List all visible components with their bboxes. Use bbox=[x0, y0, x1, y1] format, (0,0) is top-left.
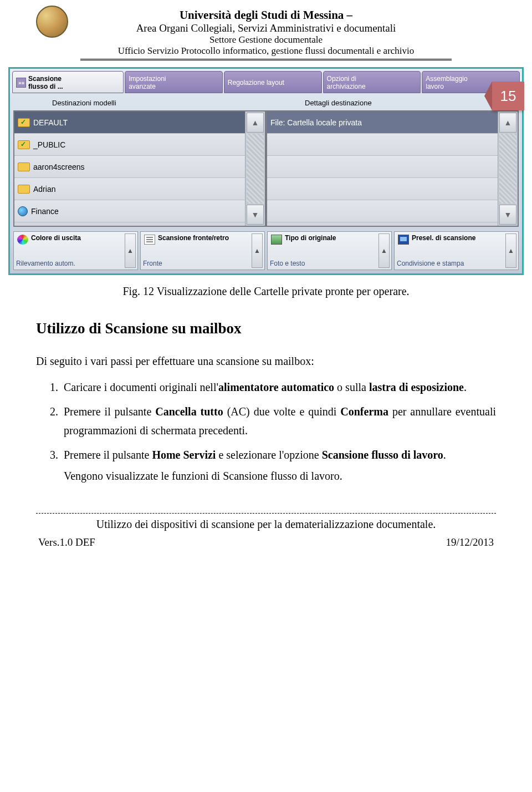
step-3: Premere il pulsante Home Servizi e selez… bbox=[61, 445, 496, 464]
section-heading: Utilizzo di Scansione su mailbox bbox=[36, 320, 496, 337]
step-2: Premere il pulsante Cancella tutto (AC) … bbox=[61, 402, 496, 440]
document-header: Università degli Studi di Messina – Area… bbox=[36, 0, 496, 60]
detail-empty-row bbox=[267, 156, 498, 178]
footer-title: Utilizzo dei dispositivi di scansione pe… bbox=[36, 518, 496, 531]
tab-opzioni-archiviazione[interactable]: Opzioni di archiviazione bbox=[323, 71, 421, 93]
card-title: Scansione fronte/retro bbox=[158, 235, 229, 245]
card-colore-uscita[interactable]: Colore di uscita Rilevamento autom. ▲ bbox=[13, 231, 138, 270]
models-listbox: DEFAULT _PUBLIC aaron4screens Adria bbox=[13, 110, 266, 227]
document-icon bbox=[144, 235, 155, 245]
folder-icon bbox=[18, 163, 30, 171]
tab-label: Scansione flusso di ... bbox=[28, 75, 63, 90]
chevron-up-icon[interactable]: ▲ bbox=[505, 233, 516, 268]
scanner-ui-screenshot: Scansione flusso di ... Impostazioni ava… bbox=[8, 67, 524, 275]
detail-empty-row bbox=[267, 200, 498, 222]
model-item-aaron4screens[interactable]: aaron4screens bbox=[14, 156, 245, 178]
model-name: Adrian bbox=[33, 185, 55, 194]
globe-icon bbox=[18, 206, 28, 216]
tab-scansione-flusso[interactable]: Scansione flusso di ... bbox=[12, 71, 124, 93]
scroll-up-button[interactable]: ▲ bbox=[247, 113, 264, 133]
model-item-public[interactable]: _PUBLIC bbox=[14, 134, 245, 156]
detail-item-file[interactable]: File: Cartella locale privata bbox=[267, 111, 498, 134]
header-rule-2 bbox=[80, 60, 452, 60]
tab-label: Assemblaggio lavoro bbox=[426, 75, 467, 90]
card-scansione-fronte-retro[interactable]: Scansione fronte/retro Fronte ▲ bbox=[140, 231, 265, 270]
chevron-up-icon[interactable]: ▲ bbox=[378, 233, 390, 268]
model-name: DEFAULT bbox=[33, 118, 68, 127]
folder-check-icon bbox=[18, 140, 30, 149]
header-rule bbox=[80, 59, 452, 59]
model-name: Finance bbox=[31, 207, 59, 216]
detail-empty-row bbox=[267, 134, 498, 156]
header-line-4: Ufficio Servizio Protocollo informatico,… bbox=[36, 45, 496, 57]
card-presel-scansione[interactable]: Presel. di scansione Condivisione e stam… bbox=[394, 231, 519, 270]
scan-icon bbox=[16, 78, 26, 88]
scroll-down-button[interactable]: ▼ bbox=[499, 205, 516, 225]
model-name: aaron4screens bbox=[33, 163, 85, 171]
tab-regolazione-layout[interactable]: Regolazione layout bbox=[224, 71, 322, 93]
steps-list: Caricare i documenti originali nell'alim… bbox=[36, 378, 496, 464]
header-line-3: Settore Gestione documentale bbox=[36, 34, 496, 45]
step-1: Caricare i documenti originali nell'alim… bbox=[61, 378, 496, 397]
card-subtitle: Rilevamento autom. bbox=[16, 260, 75, 267]
details-label: Dettagli destinazione bbox=[266, 95, 519, 110]
models-column: Destinazioni modelli DEFAULT _PUBLIC bbox=[13, 95, 266, 227]
scroll-track[interactable] bbox=[499, 134, 516, 204]
monitor-icon bbox=[398, 235, 409, 245]
model-item-default[interactable]: DEFAULT bbox=[14, 111, 245, 134]
page-number-badge: 15 bbox=[492, 82, 524, 110]
models-scrollbar[interactable]: ▲ ▼ bbox=[245, 111, 265, 226]
after-note: Vengono visualizzate le funzioni di Scan… bbox=[64, 470, 496, 483]
card-subtitle: Condivisione e stampa bbox=[397, 260, 464, 267]
footer-row: Vers.1.0 DEF 19/12/2013 bbox=[36, 536, 496, 549]
settings-cards-row: Colore di uscita Rilevamento autom. ▲ Sc… bbox=[10, 230, 522, 273]
tab-label: Regolazione layout bbox=[228, 79, 284, 87]
model-name: _PUBLIC bbox=[33, 140, 65, 149]
folder-check-icon bbox=[18, 118, 30, 127]
tab-label: Opzioni di archiviazione bbox=[327, 75, 366, 90]
folder-icon bbox=[18, 185, 30, 194]
chevron-up-icon[interactable]: ▲ bbox=[252, 233, 263, 268]
university-logo bbox=[36, 6, 68, 38]
intro-text: Di seguito i vari passi per effettuare u… bbox=[36, 355, 496, 368]
footer-date: 19/12/2013 bbox=[446, 536, 494, 549]
model-item-finance[interactable]: Finance bbox=[14, 200, 245, 222]
footer-version: Vers.1.0 DEF bbox=[38, 536, 95, 549]
detail-text: File: Cartella locale privata bbox=[270, 118, 362, 127]
card-subtitle: Fronte bbox=[143, 260, 162, 267]
header-line-2: Area Organi Collegiali, Servizi Amminist… bbox=[36, 22, 496, 34]
scroll-up-button[interactable]: ▲ bbox=[499, 113, 516, 133]
card-subtitle: Foto e testo bbox=[270, 260, 305, 267]
details-listbox: File: Cartella locale privata ▲ ▼ bbox=[266, 110, 519, 227]
card-title: Tipo di originale bbox=[285, 235, 336, 245]
scroll-down-button[interactable]: ▼ bbox=[247, 205, 264, 225]
card-title: Colore di uscita bbox=[31, 235, 81, 245]
tab-impostazioni-avanzate[interactable]: Impostazioni avanzate bbox=[125, 71, 223, 93]
detail-empty-row bbox=[267, 178, 498, 200]
models-label: Destinazioni modelli bbox=[13, 95, 266, 110]
model-item-adrian[interactable]: Adrian bbox=[14, 178, 245, 200]
chevron-up-icon[interactable]: ▲ bbox=[125, 233, 136, 268]
tab-label: Impostazioni avanzate bbox=[129, 75, 166, 90]
footer-separator bbox=[36, 513, 496, 514]
card-tipo-originale[interactable]: Tipo di originale Foto e testo ▲ bbox=[267, 231, 392, 270]
tab-bar: Scansione flusso di ... Impostazioni ava… bbox=[10, 69, 522, 93]
header-line-1: Università degli Studi di Messina – bbox=[36, 8, 496, 22]
figure-caption: Fig. 12 Visualizzazione delle Cartelle p… bbox=[36, 285, 496, 298]
photo-icon bbox=[271, 235, 282, 245]
scroll-track[interactable] bbox=[247, 134, 264, 204]
palette-icon bbox=[17, 235, 28, 245]
details-column: Dettagli destinazione File: Cartella loc… bbox=[266, 95, 519, 227]
card-title: Presel. di scansione bbox=[412, 235, 475, 245]
details-scrollbar[interactable]: ▲ ▼ bbox=[498, 111, 518, 226]
